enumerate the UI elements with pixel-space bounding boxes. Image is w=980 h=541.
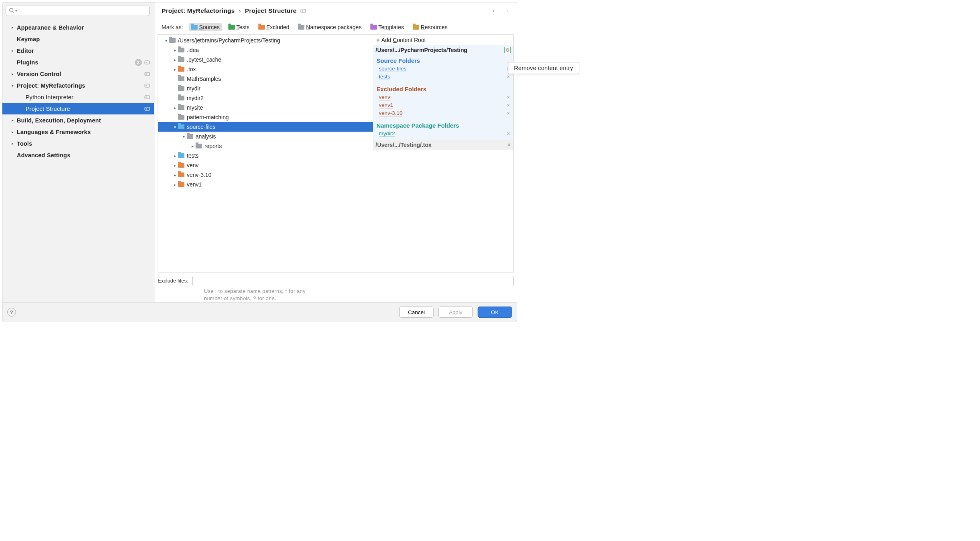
remove-folder-icon[interactable]: × <box>507 110 510 116</box>
plus-icon: + <box>376 37 380 43</box>
folder-icon <box>228 25 235 30</box>
mark-as-option[interactable]: Sources <box>189 23 222 31</box>
sidebar-item[interactable]: ▾Project: MyRefactorings <box>2 80 154 91</box>
directory-label: tests <box>187 152 199 159</box>
options-badge-icon <box>144 94 150 100</box>
directory-row[interactable]: ▾analysis <box>158 132 373 141</box>
mark-as-label: Mark as: <box>162 24 183 30</box>
folder-entry[interactable]: venv1× <box>373 101 513 109</box>
folder-entry[interactable]: mydir2× <box>373 130 513 138</box>
remove-folder-icon[interactable]: × <box>507 130 510 137</box>
directory-row[interactable]: pattern-matching <box>158 112 373 122</box>
svg-rect-8 <box>145 84 150 87</box>
directory-row[interactable]: mydir2 <box>158 93 373 103</box>
folder-entry[interactable]: venv× <box>373 93 513 101</box>
directory-label: mydir <box>187 85 200 92</box>
exclude-files-label: Exclude files: <box>158 278 188 284</box>
folder-entry[interactable]: venv-3.10× <box>373 109 513 117</box>
sidebar-item[interactable]: Advanced Settings <box>2 149 154 161</box>
search-menu-icon[interactable]: ▾ <box>15 9 17 13</box>
mark-as-option[interactable]: Resources <box>410 23 450 31</box>
directory-tree[interactable]: ▾/Users/jetbrains/PycharmProjects/Testin… <box>158 35 373 272</box>
sidebar-item[interactable]: Project Structure <box>2 103 154 114</box>
options-badge-icon <box>144 60 150 65</box>
folders-section-header: Excluded Folders <box>373 84 513 93</box>
sidebar-item[interactable]: ▸Appearance & Behavior <box>2 22 154 33</box>
directory-row[interactable]: ▸mysite <box>158 103 373 112</box>
directory-row[interactable]: MathSamples <box>158 74 373 84</box>
sidebar-item[interactable]: ▸Tools <box>2 138 154 149</box>
directory-row[interactable]: ▸venv <box>158 160 373 170</box>
directory-row[interactable]: ▸.tox <box>158 64 373 74</box>
remove-content-root-icon[interactable]: × <box>508 142 511 148</box>
folder-icon <box>178 86 184 91</box>
folder-entry[interactable]: source-files× <box>373 65 513 73</box>
sidebar-item-label: Project Structure <box>26 106 144 112</box>
sidebar-item-label: Advanced Settings <box>17 152 150 158</box>
svg-rect-5 <box>145 72 150 76</box>
content-root-entry[interactable]: /Users/.../PycharmProjects/Testing <box>373 45 513 55</box>
sidebar-item[interactable]: Python Interpreter <box>2 91 154 103</box>
directory-label: reports <box>204 143 222 149</box>
expand-icon[interactable]: ▾ <box>180 134 187 139</box>
content-root-entry[interactable]: /Users/.../Testing/.tox × <box>373 140 513 150</box>
expand-icon[interactable]: ▸ <box>172 58 178 62</box>
exclude-files-input[interactable] <box>192 276 514 286</box>
remove-content-root-button[interactable] <box>504 47 511 53</box>
mark-as-option[interactable]: Templates <box>368 23 406 31</box>
folder-icon <box>178 96 184 100</box>
remove-folder-icon[interactable]: × <box>507 94 510 100</box>
sidebar-item[interactable]: ▸Languages & Frameworks <box>2 126 154 138</box>
mark-as-option[interactable]: Excluded <box>256 23 292 31</box>
remove-folder-icon[interactable]: × <box>507 102 510 108</box>
cancel-button[interactable]: Cancel <box>399 307 434 318</box>
search-input[interactable] <box>6 6 150 16</box>
expand-icon[interactable]: ▾ <box>163 38 169 43</box>
directory-row[interactable]: mydir <box>158 84 373 93</box>
svg-rect-2 <box>145 61 150 64</box>
folder-icon <box>178 172 184 177</box>
directory-label: /Users/jetbrains/PycharmProjects/Testing <box>178 37 280 44</box>
directory-row[interactable]: ▸reports <box>158 141 373 151</box>
directory-row[interactable]: ▸venv1 <box>158 180 373 189</box>
sidebar-item[interactable]: ▸Version Control <box>2 68 154 80</box>
content-root-path: /Users/.../Testing/.tox <box>376 142 432 148</box>
directory-row[interactable]: ▸.idea <box>158 45 373 55</box>
mark-as-option[interactable]: Namespace packages <box>296 23 364 31</box>
expand-icon[interactable]: ▸ <box>172 163 178 168</box>
nav-back-icon[interactable]: ← <box>492 7 498 14</box>
expand-icon[interactable]: ▸ <box>172 154 178 158</box>
dialog-footer: ? Cancel Apply OK <box>2 302 517 322</box>
sidebar-item-label: Plugins <box>17 59 135 66</box>
folder-name: venv-3.10 <box>379 110 402 116</box>
folder-icon <box>178 67 184 72</box>
sidebar-item-label: Version Control <box>17 71 144 77</box>
sidebar-item[interactable]: ▸Build, Execution, Deployment <box>2 114 154 126</box>
directory-row[interactable]: ▾/Users/jetbrains/PycharmProjects/Testin… <box>158 36 373 45</box>
sidebar-item[interactable]: Keymap <box>2 33 154 45</box>
help-button[interactable]: ? <box>7 308 16 317</box>
sidebar-item[interactable]: ▸Editor <box>2 45 154 56</box>
svg-rect-11 <box>145 96 150 99</box>
sidebar-item[interactable]: Plugins2 <box>2 56 154 68</box>
expand-icon[interactable]: ▸ <box>172 48 178 52</box>
ok-button[interactable]: OK <box>478 307 512 318</box>
expand-icon[interactable]: ▸ <box>189 144 196 148</box>
remove-folder-icon[interactable]: × <box>507 74 510 80</box>
expand-icon[interactable]: ▾ <box>172 125 178 129</box>
directory-label: mydir2 <box>187 95 204 101</box>
directory-row-selected[interactable]: ▾source-files <box>158 122 373 132</box>
directory-row[interactable]: ▸.pytest_cache <box>158 55 373 64</box>
expand-icon[interactable]: ▸ <box>172 173 178 177</box>
mark-as-option-label: Tests <box>236 24 250 30</box>
add-content-root-button[interactable]: + Add Content Root <box>373 35 513 45</box>
expand-icon[interactable]: ▸ <box>172 106 178 110</box>
expand-icon[interactable]: ▸ <box>172 67 178 72</box>
settings-tree[interactable]: ▸Appearance & BehaviorKeymap▸EditorPlugi… <box>2 19 154 302</box>
mark-as-option-label: Resources <box>421 24 448 30</box>
expand-icon[interactable]: ▸ <box>172 182 178 187</box>
folder-entry[interactable]: tests× <box>373 73 513 81</box>
directory-row[interactable]: ▸tests <box>158 151 373 160</box>
directory-row[interactable]: ▸venv-3.10 <box>158 170 373 180</box>
mark-as-option[interactable]: Tests <box>226 23 252 31</box>
